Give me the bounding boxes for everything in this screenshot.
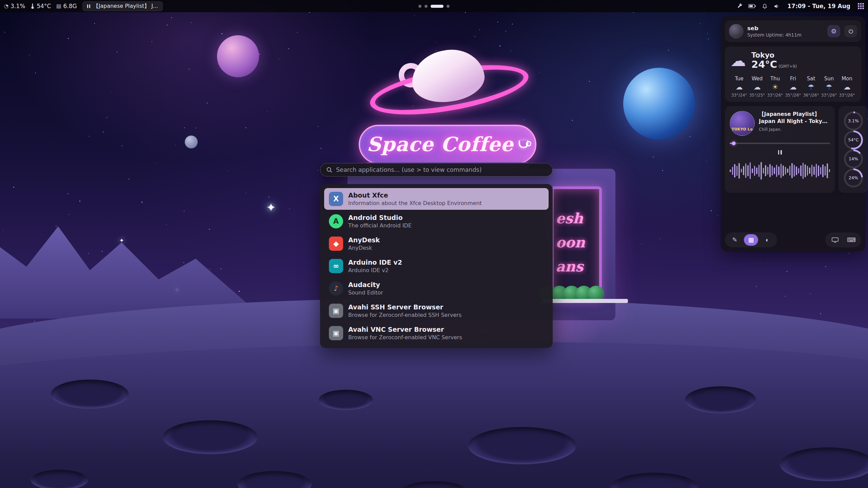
album-art[interactable]: TOKYO Lo: [730, 111, 755, 136]
edit-button[interactable]: ✎: [728, 234, 742, 246]
app-item-audacity[interactable]: ♪AudacitySound Editor: [324, 278, 549, 299]
forecast-thu: Thu☀33°/26°: [766, 76, 784, 98]
weather-temperature: 24°C: [751, 59, 777, 70]
xfce-icon: X: [329, 192, 343, 206]
memory-indicator[interactable]: ▤ 6.8G: [56, 3, 77, 9]
moon-surface-front: [0, 342, 868, 488]
top-bar: ◔ 3.1% 54°C ▤ 6.8G 【Japanese Playlist】 J…: [0, 0, 868, 12]
temperature-value: 54°C: [37, 3, 51, 9]
workspace-dot[interactable]: [418, 5, 421, 8]
audacity-icon: ♪: [329, 281, 343, 296]
app-desc: Sound Editor: [348, 289, 383, 296]
app-desc: AnyDesk: [348, 245, 380, 251]
waveform-visualizer: [730, 160, 830, 181]
media-chip[interactable]: 【Japanese Playlist】 J...: [82, 1, 163, 11]
panel-actions: ✎ ▦ ◐ ⌨: [725, 232, 861, 247]
screencast-button[interactable]: [828, 234, 842, 246]
weather-city: Tokyo: [751, 51, 797, 59]
sparkle-star-icon: ✦: [266, 201, 276, 214]
system-uptime: System Uptime: 4h11m: [747, 32, 823, 38]
keyboard-button[interactable]: ⌨: [844, 234, 859, 246]
avatar[interactable]: [729, 24, 743, 38]
temperature-indicator[interactable]: 54°C: [31, 3, 51, 9]
sun-icon: ☀: [772, 84, 778, 91]
memory-value: 6.8G: [63, 3, 77, 9]
forecast-mon: Mon☁33°/26°: [838, 76, 856, 98]
coffee-cup-icon: [519, 141, 528, 148]
android-studio-icon: A: [329, 214, 343, 228]
workspace-dot[interactable]: [447, 5, 450, 8]
arduino-icon: ∞: [329, 259, 343, 273]
app-item-about-xfce[interactable]: XAbout XfceInformation about the Xfce De…: [324, 188, 549, 210]
cpu-gauge: 3.1%: [844, 111, 863, 130]
app-desc: Information about the Xfce Desktop Envir…: [348, 200, 482, 206]
search-icon: [326, 166, 333, 173]
app-desc: Arduino IDE v2: [348, 267, 402, 273]
clock[interactable]: 17:09 - Tue, 19 Aug: [787, 3, 850, 9]
window-neon-text: eshoonans: [554, 189, 599, 275]
workspace-dot[interactable]: [425, 5, 428, 8]
neon-sign: Space Coffee: [359, 125, 536, 164]
apps-button[interactable]: ▦: [744, 234, 758, 246]
memory-icon: ▤: [56, 3, 61, 9]
power-button[interactable]: [844, 25, 857, 37]
seek-bar[interactable]: [730, 143, 830, 144]
neon-sign-text: Space Coffee: [367, 133, 514, 156]
pause-icon: [87, 4, 90, 8]
app-title: AnyDesk: [348, 236, 380, 244]
avahi-ssh-icon: ▣: [329, 304, 343, 318]
workspace-dot-active[interactable]: [431, 5, 443, 8]
search-input[interactable]: [336, 166, 547, 173]
keyboard-icon: ⌨: [847, 236, 856, 244]
pause-button[interactable]: [775, 148, 785, 157]
rain-icon: ☂: [826, 84, 832, 91]
app-item-android-studio[interactable]: AAndroid StudioThe official Android IDE: [324, 210, 549, 232]
forecast-sun: Sun☂33°/26°: [820, 76, 838, 98]
quick-actions-right: ⌨: [825, 232, 861, 247]
forecast-row: Tue☁33°/24°Wed☁35°/25°Thu☀33°/26°Fri☁35°…: [730, 76, 856, 98]
app-item-avahi-vnc-server-browser[interactable]: ▣Avahi VNC Server BrowserBrowse for Zero…: [324, 322, 549, 344]
cpu-value: 3.1%: [11, 3, 25, 9]
album-art-text: TOKYO Lo: [732, 127, 753, 131]
app-title: Audacity: [348, 281, 383, 288]
theme-button[interactable]: ◐: [760, 234, 774, 246]
forecast-fri: Fri☁35°/26°: [784, 76, 802, 98]
app-title: Avahi SSH Server Browser: [348, 303, 461, 311]
workspace-indicator[interactable]: [418, 0, 450, 12]
app-launcher: XAbout XfceInformation about the Xfce De…: [320, 163, 553, 348]
app-item-avahi-ssh-server-browser[interactable]: ▣Avahi SSH Server BrowserBrowse for Zero…: [324, 300, 549, 322]
weather-widget: ☁ Tokyo 24°C(GMT+9) Tue☁33°/24°Wed☁35°/2…: [725, 46, 861, 102]
track-subtitle: Chill Japan.: [759, 127, 830, 132]
app-item-arduino-ide-v2[interactable]: ∞Arduino IDE v2Arduino IDE v2: [324, 255, 549, 277]
seek-knob[interactable]: [732, 141, 735, 145]
app-item-anydesk[interactable]: ◆AnyDeskAnyDesk: [324, 233, 549, 255]
planter-box: [542, 299, 628, 303]
cpu-gauge-icon: ◔: [4, 3, 8, 9]
tools-tray-icon[interactable]: [737, 3, 743, 9]
disk-gauge: 24%: [844, 168, 863, 187]
app-title: Avahi VNC Server Browser: [348, 326, 462, 333]
settings-button[interactable]: ⚙: [827, 25, 840, 37]
search-bar[interactable]: [320, 163, 553, 177]
media-zone: TOKYO Lo 【Japanese Playlist】 Japan All N…: [725, 106, 861, 193]
volume-icon[interactable]: [773, 3, 780, 9]
app-title: Android Studio: [348, 214, 412, 221]
temperature-gauge: 54°C: [844, 130, 863, 149]
results-list: XAbout XfceInformation about the Xfce De…: [320, 184, 553, 348]
pen-icon: ✎: [732, 236, 737, 244]
cloud-icon: ☁: [730, 53, 746, 68]
apps-grid-icon: ▦: [748, 236, 754, 244]
forecast-tue: Tue☁33°/24°: [730, 76, 748, 98]
cloud-icon: ☁: [790, 84, 797, 91]
purple-planet: [217, 35, 259, 77]
notifications-bell-icon[interactable]: [762, 3, 768, 9]
rain-icon: ☂: [808, 84, 814, 91]
battery-icon[interactable]: [748, 4, 756, 8]
display-icon: [832, 237, 839, 243]
cloud-icon: ☁: [844, 84, 851, 91]
media-player: TOKYO Lo 【Japanese Playlist】 Japan All N…: [725, 106, 835, 193]
gear-icon: ⚙: [831, 27, 836, 35]
media-chip-label: 【Japanese Playlist】 J...: [93, 3, 158, 10]
cpu-indicator[interactable]: ◔ 3.1%: [4, 3, 25, 9]
app-grid-icon[interactable]: [858, 3, 864, 9]
